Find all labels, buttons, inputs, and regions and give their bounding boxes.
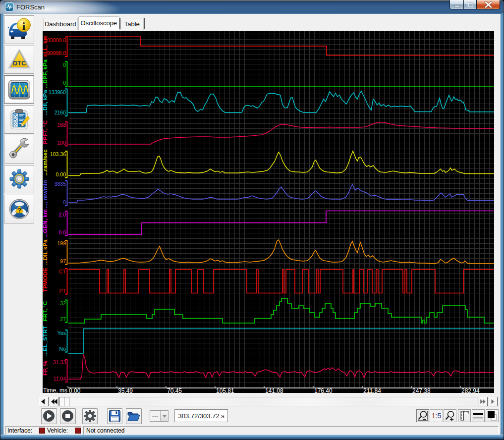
svg-text:PT: PT [59, 288, 66, 294]
svg-text:168: 168 [57, 122, 66, 128]
svg-text:0.00: 0.00 [69, 387, 81, 393]
svg-text:FRT, °C: FRT, °C [43, 301, 48, 321]
svg-text:35.49: 35.49 [118, 387, 133, 393]
svg-text:0.00: 0.00 [56, 171, 66, 177]
svg-text:PPFT, °C: PPFT, °C [43, 120, 48, 144]
svg-text:i: i [22, 19, 25, 32]
svg-text:?: ? [17, 207, 21, 214]
svg-text:247.38: 247.38 [412, 387, 431, 393]
svg-text:Time, ms: Time, ms [43, 387, 67, 393]
svg-text:282.94: 282.94 [461, 387, 480, 393]
svg-text:...DPF, kPa: ...DPF, kPa [43, 59, 48, 88]
svg-text:0: 0 [63, 199, 66, 205]
svg-text:DTC: DTC [12, 59, 26, 67]
svg-text:133960: 133960 [49, 89, 66, 95]
svg-text:...EL_STRT: ...EL_STRT [43, 326, 48, 356]
svg-text:0.0: 0.0 [58, 229, 66, 235]
svg-text:70.45: 70.45 [167, 387, 182, 393]
svg-text:sLL, km: sLL, km [43, 35, 48, 56]
svg-text:99998.0: 99998.0 [47, 50, 66, 56]
svg-text:FP, %: FP, % [43, 361, 48, 376]
svg-text:No: No [59, 346, 66, 352]
svg-text:0: 0 [63, 80, 66, 86]
svg-text:105.81: 105.81 [216, 387, 234, 393]
svg-text:...DII, kPa: ...DII, kPa [43, 239, 48, 265]
svg-text:199: 199 [57, 240, 66, 246]
svg-text:...GEN, km: ...GEN, km [43, 209, 48, 238]
svg-text:31.33: 31.33 [53, 359, 66, 365]
svg-text:211.84: 211.84 [363, 387, 381, 393]
svg-text:141.08: 141.08 [265, 387, 283, 393]
svg-text:100: 100 [57, 140, 66, 146]
svg-text:2.0: 2.0 [58, 212, 66, 218]
svg-text:97: 97 [60, 258, 66, 264]
svg-text:0: 0 [63, 62, 66, 68]
svg-text:TPMODE: TPMODE [43, 268, 48, 292]
svg-text:27: 27 [60, 316, 66, 322]
svg-text:3835: 3835 [55, 181, 66, 187]
svg-text:103.36: 103.36 [50, 151, 66, 157]
svg-text:Yes: Yes [57, 330, 66, 336]
svg-text:..., rev/min: ..., rev/min [43, 180, 48, 209]
svg-text:...DII, kPa: ...DII, kPa [43, 90, 48, 115]
svg-text:32: 32 [60, 300, 66, 306]
svg-text:CT: CT [59, 269, 66, 275]
svg-text:176.40: 176.40 [314, 387, 333, 393]
svg-text:11.04: 11.04 [54, 376, 66, 382]
svg-text:2160: 2160 [55, 110, 66, 115]
svg-text:...ram/sec: ...ram/sec [43, 149, 48, 176]
